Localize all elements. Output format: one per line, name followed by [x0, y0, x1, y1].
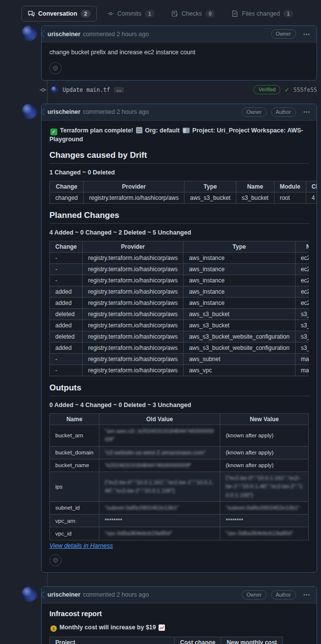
cell: registry.terraform.io/hashicorp/aws [83, 298, 183, 309]
infracost-table: Project Cost change New monthly cost uri… [49, 637, 283, 644]
table-row: vpc_id "vpc-0d5a364ebcb19a85d" "vpc-0d5a… [50, 527, 309, 540]
output-value: ******** [105, 517, 122, 523]
col-header: Type [183, 241, 295, 253]
table-row: addedregistry.terraform.io/hashicorp/aws… [50, 320, 309, 331]
cell: aws_instance [183, 298, 295, 309]
redacted-value: "vpc-0d5a364ebcb19a85d" [105, 530, 172, 536]
drift-table: Change Provider Type Name Module Changes… [49, 181, 317, 204]
comment-caret [38, 591, 46, 599]
file-cabinet-emoji-icon [136, 127, 142, 133]
book-emoji-icon [183, 128, 190, 133]
add-reaction-button[interactable] [49, 62, 62, 74]
outputs-table: Name Old Value New Value bucket_arn "arn… [49, 413, 309, 540]
cell: registry.terraform.io/hashicorp/aws [83, 343, 183, 354]
planned-summary: 4 Added ~ 0 Changed ~ 2 Deleted ~ 5 Unch… [49, 229, 309, 236]
view-details-link[interactable]: View details in Harness [49, 542, 113, 549]
cell: ec2-be[1] [295, 264, 309, 275]
comment-meta: commented 2 hours ago [83, 591, 149, 598]
cell: aws_instance [183, 286, 295, 298]
table-row: addedregistry.terraform.io/hashicorp/aws… [50, 343, 309, 354]
cell: - [50, 365, 83, 376]
comment-header: urischeiner commented 2 hours ago Owner … [42, 104, 317, 121]
tab-label: Checks [182, 10, 202, 17]
commit-sha-link[interactable]: 555fe55 [294, 86, 317, 93]
plan-intro-line: ✓ Terraform plan complete! Org: default … [49, 127, 309, 144]
commit-message-link[interactable]: Update main.tf [63, 86, 110, 93]
comment-2: urischeiner commented 2 hours ago Owner … [41, 104, 317, 573]
cell: added [50, 298, 83, 309]
output-name: bucket_domain [50, 446, 99, 459]
col-header: Name [236, 181, 274, 193]
cell: registry.terraform.io/hashicorp/aws [83, 331, 183, 343]
cell: ec2-be[0] [295, 253, 309, 264]
expand-commit-button[interactable]: … [114, 87, 124, 93]
output-name: bucket_name [50, 459, 99, 472]
output-name: ips [50, 472, 99, 502]
cell: ec2-be[3] [295, 286, 309, 298]
verified-badge[interactable]: Verified [253, 85, 280, 94]
outputs-summary: 0 Added ~ 4 Changed ~ 0 Deleted ~ 3 Unch… [49, 402, 309, 408]
col-header: Name [50, 414, 99, 425]
cell: aws_s3_bucket_website_configuration [183, 343, 295, 354]
table-row: ips {"ec2-be-0":"10.0.1.161","ec2-be-1":… [50, 472, 309, 502]
avatar[interactable] [22, 586, 37, 602]
cell: ec2-be[2] [295, 275, 309, 286]
tab-label: Commits [117, 10, 141, 17]
tab-commits[interactable]: Commits 1 [101, 6, 161, 21]
comment-1: urischeiner commented 2 hours ago Owner … [41, 25, 317, 81]
comment-caret [38, 30, 46, 38]
file-diff-icon [231, 10, 238, 17]
redacted-value: "s3-website-us-west-2.amazonaws.com" [105, 450, 206, 455]
kebab-menu-icon[interactable]: ⋯ [303, 109, 311, 114]
comment-body-text: change bucket prefix and increase ec2 in… [49, 48, 309, 57]
tab-count-badge: 1 [283, 10, 293, 18]
infracost-title: Infracost report [49, 610, 309, 618]
table-row: addedregistry.terraform.io/hashicorp/aws… [50, 286, 309, 298]
avatar[interactable] [51, 86, 59, 94]
tab-label: Files changed [242, 10, 280, 17]
planned-section-title: Planned Changes [49, 211, 309, 224]
redacted-value: "subnet-0af0c0902452e13b1" [105, 505, 179, 511]
output-value: (known after apply) [226, 450, 274, 455]
tab-checks[interactable]: Checks 0 [165, 6, 222, 21]
org-text: Org: default [145, 127, 180, 134]
kebab-menu-icon[interactable]: ⋯ [303, 592, 311, 597]
tab-files-changed[interactable]: Files changed 1 [225, 6, 299, 21]
cell: aws_s3_bucket [184, 193, 236, 204]
git-commit-icon [107, 10, 114, 17]
output-name: vpc_id [50, 527, 99, 540]
comment-3: urischeiner commented 2 hours ago Owner … [41, 586, 317, 644]
comment-header: urischeiner commented 2 hours ago Owner … [42, 587, 317, 603]
cell: main [295, 365, 309, 376]
add-reaction-button[interactable] [49, 554, 62, 566]
output-name: subnet_id [50, 501, 99, 514]
cell: registry.terraform.io/hashicorp/aws [83, 309, 183, 320]
cell: aws_instance [183, 253, 295, 264]
avatar[interactable] [22, 104, 37, 119]
output-name: vpc_arn [50, 515, 99, 527]
avatar[interactable] [22, 25, 37, 41]
tab-conversation[interactable]: Conversation 2 [22, 6, 97, 21]
cell: s3_bucket [236, 193, 274, 204]
redacted-value: "subnet-0af0c0902452e13b1" [226, 505, 299, 511]
col-header: Provider [83, 241, 183, 253]
pr-tab-bar: Conversation 2 Commits 1 Checks 0 Files … [22, 6, 321, 21]
output-value: ******** [226, 517, 243, 523]
cell: aws_s3_bucket [183, 309, 295, 320]
kebab-menu-icon[interactable]: ⋯ [303, 32, 311, 37]
cell: registry.terraform.io/hashicorp/aws [83, 354, 183, 365]
comment-author[interactable]: urischeiner [47, 108, 80, 115]
col-header: Change [50, 181, 84, 193]
cell: deleted [50, 331, 83, 343]
table-row: bucket_name "b2024031918484474500000000f… [50, 459, 309, 472]
comment-author[interactable]: urischeiner [47, 31, 80, 38]
cell: registry.terraform.io/hashicorp/aws [83, 275, 183, 286]
cell: aws_s3_bucket [183, 320, 295, 331]
output-value: (known after apply) [226, 462, 274, 468]
table-row: -registry.terraform.io/hashicorp/awsaws_… [50, 365, 309, 376]
col-header: New monthly cost [221, 637, 283, 644]
table-row: addedregistry.terraform.io/hashicorp/aws… [50, 298, 309, 309]
table-row: -registry.terraform.io/hashicorp/awsaws_… [50, 275, 309, 286]
check-mark-emoji-icon: ✓ [50, 129, 57, 135]
comment-author[interactable]: urischeiner [47, 591, 80, 598]
